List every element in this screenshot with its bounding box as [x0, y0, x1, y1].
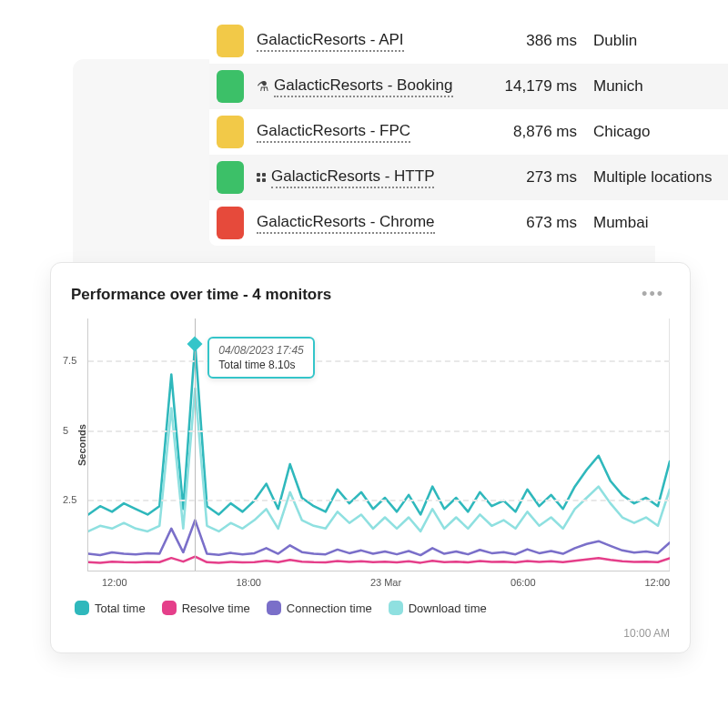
legend-label: Download time: [409, 602, 487, 615]
legend-label: Connection time: [287, 602, 372, 615]
location: Dublin: [593, 32, 721, 50]
response-time: 8,876 ms: [493, 123, 593, 141]
monitor-name-link[interactable]: GalacticResorts - FPC: [257, 122, 410, 143]
legend-swatch: [75, 601, 89, 615]
legend-item[interactable]: Connection time: [267, 601, 372, 615]
x-tick-label: 12:00: [644, 577, 670, 588]
legend-label: Total time: [95, 602, 146, 615]
status-badge: [217, 116, 244, 148]
chart-legend: Total timeResolve timeConnection timeDow…: [71, 601, 670, 615]
legend-item[interactable]: Download time: [389, 601, 487, 615]
legend-swatch: [162, 601, 177, 615]
monitor-name-link[interactable]: GalacticResorts - Booking: [274, 76, 453, 97]
response-time: 386 ms: [493, 32, 593, 50]
x-tick-label: 23 Mar: [370, 577, 401, 588]
location: Chicago: [593, 123, 721, 141]
status-badge: [217, 207, 244, 239]
chart-timestamp: 10:00 AM: [623, 627, 670, 640]
status-badge: [217, 25, 244, 57]
y-tick-label: 5: [63, 425, 68, 436]
flask-icon: [257, 77, 268, 96]
tooltip-value: Total time 8.10s: [218, 359, 303, 371]
y-tick-label: 2.5: [63, 494, 76, 505]
x-tick-label: 12:00: [102, 577, 127, 588]
response-time: 273 ms: [493, 168, 593, 187]
table-row[interactable]: GalacticResorts - FPC 8,876 ms Chicago: [209, 109, 728, 155]
location: Mumbai: [593, 214, 721, 232]
response-time: 14,179 ms: [493, 77, 593, 96]
y-tick-label: 7.5: [63, 355, 76, 366]
chart-plot-area[interactable]: 2.557.504/08/2023 17:45Total time 8.10s: [87, 318, 670, 571]
location: Munich: [593, 77, 721, 96]
legend-swatch: [389, 601, 403, 615]
monitor-table: GalacticResorts - API 386 ms Dublin Gala…: [209, 18, 728, 246]
monitor-name-link[interactable]: GalacticResorts - API: [257, 31, 404, 52]
table-row[interactable]: GalacticResorts - HTTP 273 ms Multiple l…: [209, 155, 728, 200]
table-row[interactable]: GalacticResorts - Chrome 673 ms Mumbai: [209, 200, 728, 246]
legend-swatch: [267, 601, 281, 615]
status-badge: [217, 161, 244, 194]
hover-guideline: [195, 318, 196, 571]
table-row[interactable]: GalacticResorts - API 386 ms Dublin: [209, 18, 728, 64]
chart-title: Performance over time - 4 monitors: [71, 286, 331, 304]
legend-label: Resolve time: [182, 602, 250, 615]
table-row[interactable]: GalacticResorts - Booking 14,179 ms Muni…: [209, 64, 728, 109]
response-time: 673 ms: [493, 214, 593, 232]
monitor-name-link[interactable]: GalacticResorts - Chrome: [257, 213, 435, 234]
performance-chart-card: Performance over time - 4 monitors ••• S…: [50, 262, 691, 653]
chart-tooltip: 04/08/2023 17:45Total time 8.10s: [207, 337, 314, 379]
monitor-name-link[interactable]: GalacticResorts - HTTP: [271, 167, 434, 188]
x-axis-ticks: 12:0018:0023 Mar06:0012:00: [71, 571, 670, 588]
legend-item[interactable]: Resolve time: [162, 601, 250, 615]
legend-item[interactable]: Total time: [75, 601, 146, 615]
more-options-button[interactable]: •••: [636, 281, 670, 308]
concurrent-icon: [257, 173, 266, 182]
x-tick-label: 18:00: [236, 577, 261, 588]
tooltip-date: 04/08/2023 17:45: [218, 344, 303, 357]
x-tick-label: 06:00: [511, 577, 536, 588]
location: Multiple locations: [593, 168, 721, 187]
status-badge: [217, 70, 244, 103]
